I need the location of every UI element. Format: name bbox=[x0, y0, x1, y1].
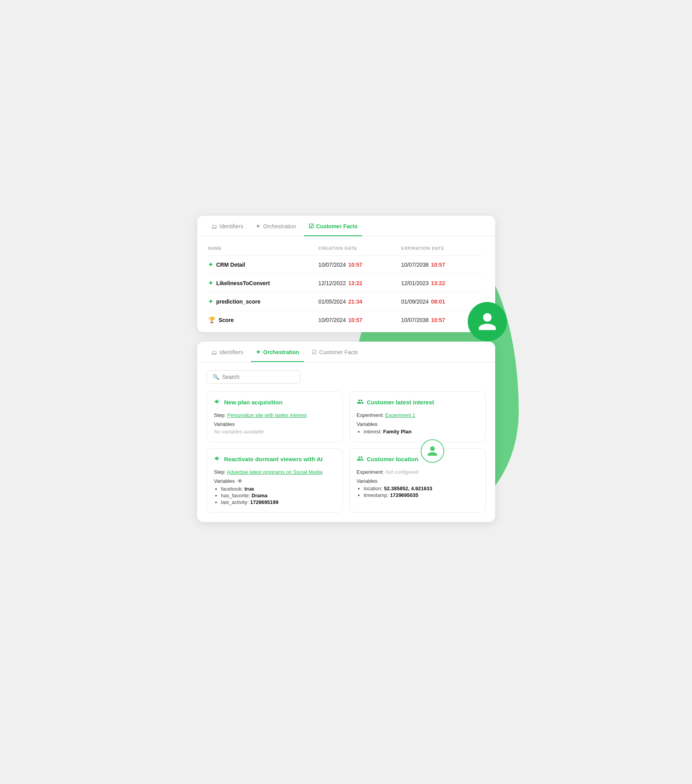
step-label: Step: bbox=[214, 469, 226, 475]
card-variables: No variables available bbox=[214, 429, 336, 435]
tab-label-orchestration-1: Orchestration bbox=[263, 223, 296, 229]
variables-label-text: Variables bbox=[357, 421, 378, 427]
cell-name: 🏆 Score bbox=[208, 311, 319, 329]
tab-orchestration-1[interactable]: ✦ Orchestration bbox=[251, 216, 301, 236]
customer-facts-table-panel: NAME CREATION DATE EXPIRATION DATE ✦ CRM… bbox=[197, 236, 495, 332]
identifiers-icon-2: 🗂 bbox=[211, 349, 217, 356]
col-header-name: NAME bbox=[208, 246, 319, 256]
creation-date-time: 12/12/2022 13:22 bbox=[318, 280, 401, 286]
step-link[interactable]: Personalize site with lastes interest bbox=[227, 412, 306, 418]
person-icon-small bbox=[427, 445, 438, 457]
step-label: Step: bbox=[214, 412, 226, 418]
creation-time: 10:57 bbox=[348, 262, 362, 268]
card-title: Reactivate dormant viewers with AI bbox=[214, 455, 336, 464]
variable-value: 1729695035 bbox=[390, 492, 418, 498]
creation-date: 10/07/2024 bbox=[318, 262, 346, 268]
step-link[interactable]: Advertise latest programs on Social Medi… bbox=[227, 469, 323, 475]
campaign-icon bbox=[214, 455, 221, 462]
tab-identifiers-2[interactable]: 🗂 Identifiers bbox=[207, 342, 248, 362]
creation-date: 01/05/2024 bbox=[318, 298, 346, 305]
variable-value: 1729695199 bbox=[250, 499, 278, 505]
cell-creation: 10/07/2024 10:57 bbox=[318, 311, 401, 329]
tab-label-orchestration-2: Orchestration bbox=[263, 349, 299, 355]
fact-name: Score bbox=[219, 317, 234, 323]
tab-label-identifiers-1: Identifiers bbox=[220, 223, 243, 229]
variables-label: Variables bbox=[357, 478, 478, 484]
score-icon: 🏆 bbox=[208, 317, 216, 324]
variables-label-text: Variables bbox=[357, 478, 378, 484]
creation-time: 13:22 bbox=[348, 280, 362, 286]
tab-label-identifiers-2: Identifiers bbox=[220, 349, 243, 355]
cell-name: ✦ LikelinessToConvert bbox=[208, 274, 319, 292]
variable-item: timestamp: 1729695035 bbox=[364, 492, 478, 498]
card-variables: location: 52.385852, 4.921633timestamp: … bbox=[357, 486, 478, 498]
card-title: Customer latest interest bbox=[357, 398, 478, 407]
experiment-link[interactable]: Experiment 1 bbox=[385, 412, 416, 418]
creation-date-time: 10/07/2024 10:57 bbox=[318, 262, 401, 268]
tabs-panel2: 🗂 Identifiers ✦ Orchestration ☑ Customer… bbox=[197, 342, 495, 362]
table-row: ✦ prediction_score 01/05/2024 21:34 01/0… bbox=[208, 292, 484, 311]
variables-label: Variables 👁 bbox=[214, 478, 336, 484]
cell-creation: 12/12/2022 13:22 bbox=[318, 274, 401, 292]
row-name-wrapper: ✦ LikelinessToConvert bbox=[208, 280, 319, 287]
table-row: 🏆 Score 10/07/2024 10:57 10/07/2038 10:5… bbox=[208, 311, 484, 329]
tab-customer-facts-2[interactable]: ☑ Customer Facts bbox=[307, 342, 363, 362]
expiration-date: 12/01/2023 bbox=[401, 280, 429, 286]
variables-list: facebook: truehas_favorite: Dramalast_ac… bbox=[214, 486, 336, 505]
avatar-large bbox=[468, 302, 507, 341]
panel-customer-facts: 🗂 Identifiers ✦ Orchestration ☑ Customer… bbox=[197, 216, 495, 332]
card-title-icon bbox=[214, 455, 221, 464]
card-step-meta: Step: Advertise latest programs on Socia… bbox=[214, 469, 336, 475]
card-customer-location: Customer location Experiment: Not config… bbox=[349, 448, 486, 513]
card-title-icon bbox=[357, 398, 364, 407]
variables-label-text: Variables bbox=[214, 478, 235, 484]
creation-date-time: 01/05/2024 21:34 bbox=[318, 298, 401, 305]
variables-label-text: Variables bbox=[214, 421, 235, 427]
variable-value: Drama bbox=[252, 493, 267, 498]
cell-name: ✦ prediction_score bbox=[208, 292, 319, 311]
tab-orchestration-2[interactable]: ✦ Orchestration bbox=[251, 342, 304, 362]
fact-name: prediction_score bbox=[216, 298, 261, 305]
variable-item: interest: Family Plan bbox=[364, 429, 478, 435]
creation-date: 12/12/2022 bbox=[318, 280, 346, 286]
avatar-small bbox=[421, 439, 444, 463]
card-experiment-meta: Experiment: Not configured bbox=[357, 469, 478, 475]
variables-list: interest: Family Plan bbox=[357, 429, 478, 435]
expiration-date-time: 01/09/2024 08:01 bbox=[401, 298, 484, 305]
variables-label: Variables bbox=[214, 421, 336, 427]
eye-icon[interactable]: 👁 bbox=[237, 478, 243, 484]
orchestration-icon-2: ✦ bbox=[256, 349, 261, 356]
card-customer-interest: Customer latest interest Experiment: Exp… bbox=[349, 391, 486, 442]
search-input[interactable] bbox=[222, 374, 295, 380]
variables-label: Variables bbox=[357, 421, 478, 427]
creation-date: 10/07/2024 bbox=[318, 317, 346, 323]
experiment-label: Experiment: bbox=[357, 469, 384, 475]
page-wrapper: 🗂 Identifiers ✦ Orchestration ☑ Customer… bbox=[197, 216, 495, 569]
col-header-expiration: EXPIRATION DATE bbox=[401, 246, 484, 256]
cell-expiration: 10/07/2038 10:57 bbox=[401, 255, 484, 274]
tab-identifiers-1[interactable]: 🗂 Identifiers bbox=[207, 216, 248, 236]
tab-label-customer-facts-1: Customer Facts bbox=[316, 223, 358, 229]
card-title-text: New plan acquisition bbox=[224, 399, 283, 406]
identifiers-icon-1: 🗂 bbox=[211, 223, 217, 230]
card-variables: interest: Family Plan bbox=[357, 429, 478, 435]
customer-facts-icon-2: ☑ bbox=[312, 349, 317, 356]
sparkle-icon: ✦ bbox=[208, 280, 213, 287]
creation-time: 10:57 bbox=[348, 317, 362, 323]
card-experiment-meta: Experiment: Experiment 1 bbox=[357, 412, 478, 418]
experiment-label: Experiment: bbox=[357, 412, 384, 418]
table-row: ✦ LikelinessToConvert 12/12/2022 13:22 1… bbox=[208, 274, 484, 292]
search-box[interactable]: 🔍 bbox=[207, 370, 301, 384]
expiration-date-time: 10/07/2038 10:57 bbox=[401, 262, 484, 268]
customer-facts-table: NAME CREATION DATE EXPIRATION DATE ✦ CRM… bbox=[208, 246, 484, 329]
variable-item: location: 52.385852, 4.921633 bbox=[364, 486, 478, 491]
cell-creation: 01/05/2024 21:34 bbox=[318, 292, 401, 311]
experiment-not-configured: Not configured bbox=[385, 469, 419, 475]
card-variables: facebook: truehas_favorite: Dramalast_ac… bbox=[214, 486, 336, 505]
card-title: New plan acquisition bbox=[214, 398, 336, 407]
creation-time: 21:34 bbox=[348, 298, 362, 305]
tab-customer-facts-1[interactable]: ☑ Customer Facts bbox=[304, 216, 362, 236]
group-icon bbox=[357, 398, 364, 405]
card-title-icon bbox=[214, 398, 221, 407]
expiration-date: 10/07/2038 bbox=[401, 262, 429, 268]
